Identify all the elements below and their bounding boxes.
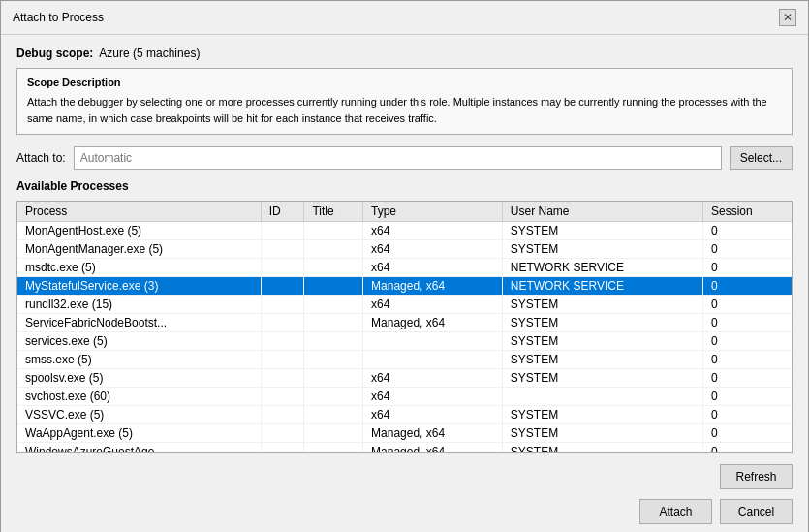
col-title: Title [304,202,363,222]
cell-title [304,424,363,443]
debug-scope-value: Azure (5 machines) [99,47,200,60]
cell-process: MyStatefulService.exe (3) [17,277,261,296]
cell-username [502,388,702,406]
cell-session: 0 [703,277,792,296]
table-row[interactable]: spoolsv.exe (5) x64 SYSTEM 0 [17,369,792,388]
cell-title [304,296,363,314]
cell-session: 0 [703,259,792,277]
cell-id [261,240,304,259]
table-header: Process ID Title Type User Name Session [17,202,792,222]
cell-process: MonAgentManager.exe (5) [17,240,261,259]
cell-username: SYSTEM [502,296,702,314]
cell-session: 0 [703,240,792,259]
refresh-button[interactable]: Refresh [720,464,793,489]
table-row[interactable]: MonAgentHost.exe (5) x64 SYSTEM 0 [17,222,792,240]
cell-process: spoolsv.exe (5) [17,369,261,388]
table-row[interactable]: svchost.exe (60) x64 0 [17,388,792,406]
cell-process: WaAppAgent.exe (5) [17,424,261,443]
scope-description-title: Scope Description [27,77,782,88]
cell-session: 0 [703,222,792,240]
cell-id [261,222,304,240]
attach-button[interactable]: Attach [639,499,712,524]
cell-title [304,222,363,240]
cell-session: 0 [703,296,792,314]
table-row[interactable]: WaAppAgent.exe (5) Managed, x64 SYSTEM 0 [17,424,792,443]
dialog-body: Debug scope: Azure (5 machines) Scope De… [1,35,808,532]
cell-process: msdtc.exe (5) [17,259,261,277]
cell-type: x64 [363,240,503,259]
debug-scope-row: Debug scope: Azure (5 machines) [16,47,793,60]
cell-process: VSSVC.exe (5) [17,406,261,424]
table-row[interactable]: MonAgentManager.exe (5) x64 SYSTEM 0 [17,240,792,259]
cell-process: ServiceFabricNodeBootst... [17,314,261,332]
cell-title [304,332,363,351]
table-row[interactable]: VSSVC.exe (5) x64 SYSTEM 0 [17,406,792,424]
cell-process: services.exe (5) [17,332,261,351]
table-row[interactable]: rundll32.exe (15) x64 SYSTEM 0 [17,296,792,314]
cell-id [261,388,304,406]
cell-type: Managed, x64 [363,277,503,296]
cell-type: x64 [363,296,503,314]
cell-process: smss.exe (5) [17,351,261,369]
refresh-row: Refresh [16,464,793,489]
table-row[interactable]: smss.exe (5) SYSTEM 0 [17,351,792,369]
cell-title [304,240,363,259]
cell-username: SYSTEM [502,332,702,351]
cell-title [304,369,363,388]
cell-username: SYSTEM [502,314,702,332]
cell-username: SYSTEM [502,240,702,259]
cell-type [363,351,503,369]
cell-username: NETWORK SERVICE [502,277,702,296]
cell-session: 0 [703,424,792,443]
cell-title [304,443,363,454]
process-table: Process ID Title Type User Name Session … [17,202,792,453]
cell-type: x64 [363,259,503,277]
cell-username: SYSTEM [502,424,702,443]
cell-type: Managed, x64 [363,424,503,443]
dialog-title: Attach to Process [13,11,104,24]
attach-to-label: Attach to: [16,151,66,165]
cell-username: SYSTEM [502,369,702,388]
cell-process: svchost.exe (60) [17,388,261,406]
cell-id [261,351,304,369]
cell-id [261,332,304,351]
cell-username: SYSTEM [502,222,702,240]
cell-id [261,314,304,332]
cell-title [304,406,363,424]
cell-type [363,332,503,351]
table-row[interactable]: MyStatefulService.exe (3) Managed, x64 N… [17,277,792,296]
scope-description-text: Attach the debugger by selecting one or … [27,94,782,126]
cancel-button[interactable]: Cancel [720,499,793,524]
process-table-container[interactable]: Process ID Title Type User Name Session … [16,201,793,453]
table-row[interactable]: ServiceFabricNodeBootst... Managed, x64 … [17,314,792,332]
cell-process: rundll32.exe (15) [17,296,261,314]
cell-session: 0 [703,314,792,332]
table-row[interactable]: services.exe (5) SYSTEM 0 [17,332,792,351]
cell-id [261,443,304,454]
cell-type: x64 [363,406,503,424]
cell-id [261,259,304,277]
cell-type: Managed, x64 [363,443,503,454]
col-username: User Name [502,202,702,222]
select-button[interactable]: Select... [730,146,793,170]
cell-type: x64 [363,369,503,388]
cell-id [261,406,304,424]
cell-session: 0 [703,351,792,369]
col-type: Type [363,202,503,222]
cell-session: 0 [703,332,792,351]
cell-title [304,351,363,369]
cell-process: WindowsAzureGuestAge... [17,443,261,454]
close-button[interactable]: ✕ [779,9,796,26]
scope-description-group: Scope Description Attach the debugger by… [16,68,793,135]
cell-id [261,296,304,314]
col-session: Session [703,202,792,222]
cell-username: NETWORK SERVICE [502,259,702,277]
table-row[interactable]: WindowsAzureGuestAge... Managed, x64 SYS… [17,443,792,454]
cell-id [261,369,304,388]
attach-to-input[interactable] [74,146,722,170]
cell-username: SYSTEM [502,406,702,424]
cell-title [304,388,363,406]
cell-session: 0 [703,406,792,424]
table-row[interactable]: msdtc.exe (5) x64 NETWORK SERVICE 0 [17,259,792,277]
close-icon: ✕ [783,11,793,24]
